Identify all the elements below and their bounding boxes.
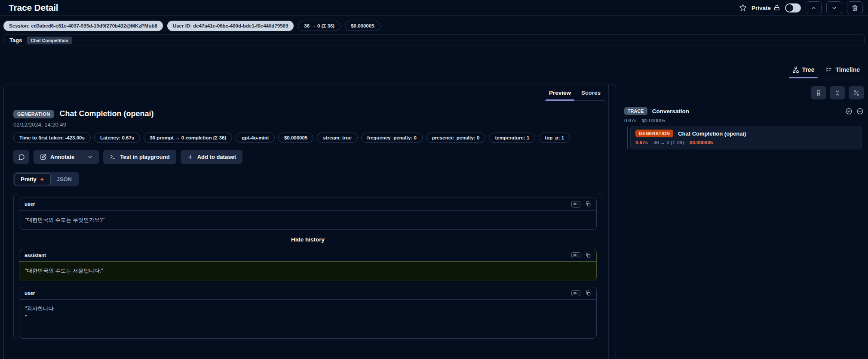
copy-icon[interactable] xyxy=(585,290,591,296)
message-header-icons: M↓ xyxy=(571,252,591,259)
timeline-icon xyxy=(825,66,832,73)
collapse-tree-button[interactable] xyxy=(856,108,864,115)
comments-button[interactable] xyxy=(13,150,29,164)
trash-icon xyxy=(852,5,858,11)
lock-icon xyxy=(773,4,780,11)
toggle-knob xyxy=(786,4,793,12)
token-usage-badge: 36 → 0 (Σ 36) xyxy=(298,21,340,31)
tree-icon xyxy=(792,66,799,73)
page-title: Trace Detail xyxy=(9,3,58,13)
star-icon xyxy=(739,4,747,12)
previous-trace-button[interactable] xyxy=(806,1,822,14)
observation-header: GENERATION Chat Completion (openai) xyxy=(13,109,605,118)
plus-circle-icon xyxy=(845,108,853,115)
tree-toolbar xyxy=(811,86,864,99)
metric-badge: 36 prompt → 0 completion (Σ 36) xyxy=(144,133,232,143)
copy-icon[interactable] xyxy=(585,252,591,258)
metric-badge: temperature: 1 xyxy=(489,133,535,143)
tab-timeline[interactable]: Timeline xyxy=(821,65,865,78)
observation-detail-panel: Preview Scores GENERATION Chat Completio… xyxy=(3,84,616,359)
page-header: Trace Detail Private xyxy=(0,0,868,16)
node-latency: 0.67s xyxy=(635,140,648,145)
message-card-user-1: user M↓ "대한민국의 수도는 무엇인가요?" xyxy=(19,198,597,230)
user-id-badge[interactable]: User ID: dc47a41e-06bc-400d-bde1-f0e440d… xyxy=(167,21,294,31)
message-role: user xyxy=(25,291,35,296)
message-header: user M↓ xyxy=(19,198,596,211)
add-to-dataset-button[interactable]: Add to dataset xyxy=(181,150,242,164)
session-badge[interactable]: Session: cd3abcd6-c81c-4037-935d-19d9f27… xyxy=(3,21,163,31)
expand-all-button[interactable] xyxy=(845,108,853,115)
percent-icon xyxy=(853,90,860,96)
public-toggle[interactable] xyxy=(785,3,801,12)
privacy-label: Private xyxy=(751,5,771,11)
format-toggle: Pretty ✦ JSON xyxy=(13,172,79,186)
identifier-row: Session: cd3abcd6-c81c-4037-935d-19d9f27… xyxy=(3,21,380,31)
trace-metrics: 0.67s $0.000005 xyxy=(624,118,666,123)
trace-tree-root[interactable]: TRACE Conversation xyxy=(624,107,864,115)
view-mode-tabs: Tree Timeline xyxy=(788,65,865,78)
chevron-up-icon xyxy=(810,5,817,11)
minus-circle-icon xyxy=(856,108,864,115)
trace-type-badge: TRACE xyxy=(624,107,647,115)
node-title: Chat Completion (openai) xyxy=(678,130,746,137)
metric-badge: $0.000005 xyxy=(278,133,313,143)
node-tokens: 36 → 0 (Σ 36) xyxy=(653,140,684,145)
next-trace-button[interactable] xyxy=(826,1,842,14)
observation-type-badge: GENERATION xyxy=(13,110,54,118)
message-header-icons: M↓ xyxy=(571,290,591,297)
metric-badge: top_p: 1 xyxy=(539,133,570,143)
tab-preview[interactable]: Preview xyxy=(544,88,576,100)
sparkles-icon: ✦ xyxy=(40,176,45,183)
hide-history-button[interactable]: Hide history xyxy=(19,236,597,243)
generation-type-badge: GENERATION xyxy=(635,130,673,137)
edit-pen-icon xyxy=(40,154,46,160)
test-in-playground-button[interactable]: Test in playground xyxy=(103,150,176,164)
annotate-button[interactable]: Annotate xyxy=(34,150,81,164)
message-role: assistant xyxy=(25,253,46,258)
trace-cost: $0.000005 xyxy=(642,118,665,123)
tag-chip[interactable]: Chat Competition xyxy=(27,37,72,44)
tab-scores[interactable]: Scores xyxy=(577,88,605,100)
message-role: user xyxy=(25,201,35,207)
detail-tabs: Preview Scores xyxy=(544,88,605,101)
tree-guide-line xyxy=(627,127,628,149)
markdown-toggle-icon[interactable]: M↓ xyxy=(571,201,580,207)
action-bar: Annotate Test in playground Add to datas… xyxy=(13,150,605,164)
header-controls: Private xyxy=(739,1,863,14)
pretty-label: Pretty xyxy=(21,176,37,183)
metric-badge: Latency: 0.67s xyxy=(94,133,140,143)
node-title-row: GENERATION Chat Completion (openai) xyxy=(635,130,857,137)
dataset-label: Add to dataset xyxy=(197,154,236,160)
tags-label: Tags xyxy=(9,37,22,43)
node-metrics-row: 0.67s 36 → 0 (Σ 36) $0.000005 xyxy=(635,140,857,145)
total-cost-badge: $0.000005 xyxy=(345,21,380,31)
markdown-toggle-icon[interactable]: M↓ xyxy=(571,252,580,259)
tab-timeline-label: Timeline xyxy=(835,66,860,73)
messages-container: user M↓ "대한민국의 수도는 무엇인가요?" Hide history … xyxy=(13,193,602,339)
message-header-icons: M↓ xyxy=(571,201,591,207)
trace-title: Conversation xyxy=(652,108,689,115)
chevron-down-icon xyxy=(831,5,837,11)
pretty-toggle-button[interactable]: Pretty ✦ xyxy=(15,173,51,185)
tab-tree[interactable]: Tree xyxy=(788,65,819,78)
message-content: "대한민국의 수도는 무엇인가요?" xyxy=(19,211,596,229)
scores-award-button[interactable] xyxy=(811,86,826,99)
chevron-down-icon xyxy=(87,154,93,160)
annotate-label: Annotate xyxy=(50,154,74,160)
json-toggle-button[interactable]: JSON xyxy=(51,173,78,185)
delete-trace-button[interactable] xyxy=(847,1,863,14)
annotate-dropdown-button[interactable] xyxy=(81,150,99,164)
comment-bubble-icon xyxy=(18,154,25,161)
markdown-toggle-icon[interactable]: M↓ xyxy=(571,290,580,297)
metric-badge: Time to first token: -423.00s xyxy=(13,133,91,143)
generation-tree-node[interactable]: GENERATION Chat Completion (openai) 0.67… xyxy=(630,126,862,149)
copy-icon[interactable] xyxy=(585,201,591,207)
message-header: user M↓ xyxy=(19,287,596,300)
playground-label: Test in playground xyxy=(120,154,169,160)
bookmark-star-button[interactable] xyxy=(739,4,747,12)
collapse-all-button[interactable] xyxy=(830,86,845,99)
panel-scroll-track[interactable] xyxy=(608,84,609,359)
toggle-metrics-button[interactable] xyxy=(849,86,864,99)
tree-expand-controls xyxy=(845,108,864,115)
message-card-user-2: user M↓ "감사합니다 " xyxy=(19,287,597,339)
